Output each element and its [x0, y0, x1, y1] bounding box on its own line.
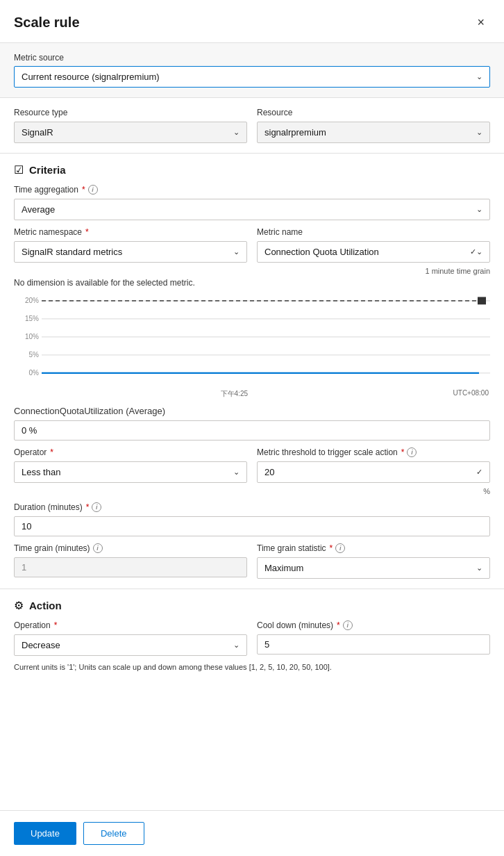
time-grain-statistic-chevron-icon: ⌄	[476, 563, 482, 573]
delete-button[interactable]: Delete	[83, 822, 144, 845]
resource-type-label: Resource type	[14, 108, 247, 117]
scale-rule-panel: Scale rule × Metric source Current resou…	[0, 0, 504, 856]
chart-timezone-label: UTC+08:00	[453, 389, 489, 399]
metric-source-section: Metric source Current resource (signalrp…	[0, 43, 504, 97]
chart-x-labels: 下午4:25 UTC+08:00	[14, 389, 490, 399]
time-grain-row: Time grain (minutes) i Time grain statis…	[14, 543, 490, 579]
resource-select[interactable]: signalrpremium ⌄	[257, 122, 490, 143]
threshold-label: Metric threshold to trigger scale action…	[257, 447, 490, 457]
time-grain-minutes-info-icon[interactable]: i	[93, 543, 103, 553]
time-grain-statistic-select[interactable]: Maximum ⌄	[257, 557, 490, 579]
operation-required: *	[54, 620, 58, 630]
duration-info-icon[interactable]: i	[92, 502, 101, 512]
threshold-select[interactable]: 20 ✓	[257, 461, 490, 483]
action-row: Operation * Decrease ⌄ Cool down (minute…	[14, 620, 490, 656]
svg-text:0%: 0%	[29, 369, 39, 377]
threshold-field: Metric threshold to trigger scale action…	[257, 447, 490, 483]
operation-label: Operation *	[14, 620, 247, 630]
time-grain-text: 1 minute time grain	[14, 267, 490, 275]
operation-chevron-icon: ⌄	[233, 641, 240, 650]
metric-namespace-required: *	[85, 227, 89, 237]
action-title: Action	[29, 600, 62, 611]
panel-title: Scale rule	[14, 15, 80, 31]
operator-field: Operator * Less than ⌄	[14, 447, 247, 483]
resource-field: Resource signalrpremium ⌄	[257, 108, 490, 143]
time-aggregation-required: *	[82, 185, 85, 195]
time-grain-statistic-required: *	[330, 543, 333, 553]
resource-row: Resource type SignalR ⌄ Resource signalr…	[14, 108, 490, 143]
metric-name-field: Metric name Connection Quota Utilization…	[257, 227, 490, 263]
metric-namespace-chevron-icon: ⌄	[233, 247, 240, 256]
action-note: Current units is '1'; Units can scale up…	[14, 661, 490, 673]
criteria-section: ☑ Criteria Time aggregation * i Average …	[0, 154, 504, 588]
resource-type-select[interactable]: SignalR ⌄	[14, 122, 247, 143]
metric-namespace-select[interactable]: SignalR standard metrics ⌄	[14, 241, 247, 263]
cool-down-label: Cool down (minutes) * i	[257, 620, 490, 630]
action-section: ⚙ Action Operation * Decrease ⌄ Cool dow…	[0, 589, 504, 683]
threshold-chevron-icon: ✓	[476, 468, 482, 477]
time-aggregation-label: Time aggregation * i	[14, 185, 490, 195]
close-button[interactable]: ×	[471, 13, 490, 33]
resource-type-chevron-icon: ⌄	[233, 128, 240, 137]
metric-name-select[interactable]: Connection Quota Utilization ✓⌄	[257, 241, 490, 263]
time-grain-field: Time grain (minutes) i	[14, 543, 247, 579]
time-aggregation-info-icon[interactable]: i	[88, 185, 98, 195]
cool-down-info-icon[interactable]: i	[343, 620, 353, 630]
metric-value-input[interactable]	[14, 420, 490, 441]
footer: Update Delete	[0, 810, 504, 856]
time-grain-minutes-label: Time grain (minutes) i	[14, 543, 247, 553]
resource-section: Resource type SignalR ⌄ Resource signalr…	[0, 98, 504, 153]
duration-required: *	[86, 502, 90, 512]
resource-type-field: Resource type SignalR ⌄	[14, 108, 247, 143]
update-button[interactable]: Update	[14, 822, 76, 845]
no-dimension-text: No dimension is available for the select…	[14, 278, 490, 288]
criteria-header: ☑ Criteria	[14, 163, 490, 176]
time-aggregation-select[interactable]: Average ⌄	[14, 199, 490, 220]
operator-required: *	[50, 447, 53, 457]
action-icon: ⚙	[14, 599, 24, 612]
metric-value-label: ConnectionQuotaUtilization (Average)	[14, 406, 490, 416]
metric-name-chevron-icon: ✓⌄	[470, 247, 482, 256]
svg-text:5%: 5%	[29, 351, 39, 359]
threshold-info-icon[interactable]: i	[407, 447, 417, 457]
spacer	[0, 683, 504, 811]
metric-source-chevron-icon: ⌄	[476, 72, 482, 81]
chart-time-label: 下午4:25	[221, 389, 248, 399]
svg-rect-11	[478, 297, 486, 304]
cool-down-input[interactable]	[257, 634, 490, 655]
criteria-icon: ☑	[14, 163, 24, 176]
resource-chevron-icon: ⌄	[476, 128, 482, 137]
operation-select[interactable]: Decrease ⌄	[14, 634, 247, 656]
chart-area: 20% 15% 10% 5% 0%	[14, 293, 490, 384]
operator-label: Operator *	[14, 447, 247, 457]
time-aggregation-chevron-icon: ⌄	[476, 205, 482, 214]
duration-label: Duration (minutes) * i	[14, 502, 490, 512]
action-header: ⚙ Action	[14, 599, 490, 612]
metric-namespace-field: Metric namespace * SignalR standard metr…	[14, 227, 247, 263]
criteria-title: Criteria	[29, 164, 66, 176]
operator-chevron-icon: ⌄	[233, 468, 240, 477]
cool-down-required: *	[337, 620, 340, 630]
time-grain-statistic-info-icon[interactable]: i	[335, 543, 345, 553]
time-grain-statistic-label: Time grain statistic * i	[257, 543, 490, 553]
metric-namespace-label: Metric namespace *	[14, 227, 247, 237]
metric-source-select[interactable]: Current resource (signalrpremium) ⌄	[14, 66, 490, 88]
operator-threshold-row: Operator * Less than ⌄ Metric threshold …	[14, 447, 490, 483]
metric-row: Metric namespace * SignalR standard metr…	[14, 227, 490, 263]
metric-chart: 20% 15% 10% 5% 0%	[14, 293, 490, 384]
cool-down-field: Cool down (minutes) * i	[257, 620, 490, 656]
resource-label: Resource	[257, 108, 490, 117]
svg-text:15%: 15%	[25, 315, 39, 322]
panel-header: Scale rule ×	[0, 0, 504, 42]
time-grain-minutes-input	[14, 557, 247, 577]
time-grain-statistic-field: Time grain statistic * i Maximum ⌄	[257, 543, 490, 579]
operator-select[interactable]: Less than ⌄	[14, 461, 247, 483]
threshold-required: *	[401, 447, 405, 457]
duration-input[interactable]	[14, 516, 490, 536]
threshold-unit: %	[14, 487, 490, 495]
svg-text:10%: 10%	[25, 333, 39, 340]
metric-source-label: Metric source	[14, 53, 490, 63]
metric-name-label: Metric name	[257, 227, 490, 237]
operation-field: Operation * Decrease ⌄	[14, 620, 247, 656]
svg-text:20%: 20%	[25, 297, 39, 304]
